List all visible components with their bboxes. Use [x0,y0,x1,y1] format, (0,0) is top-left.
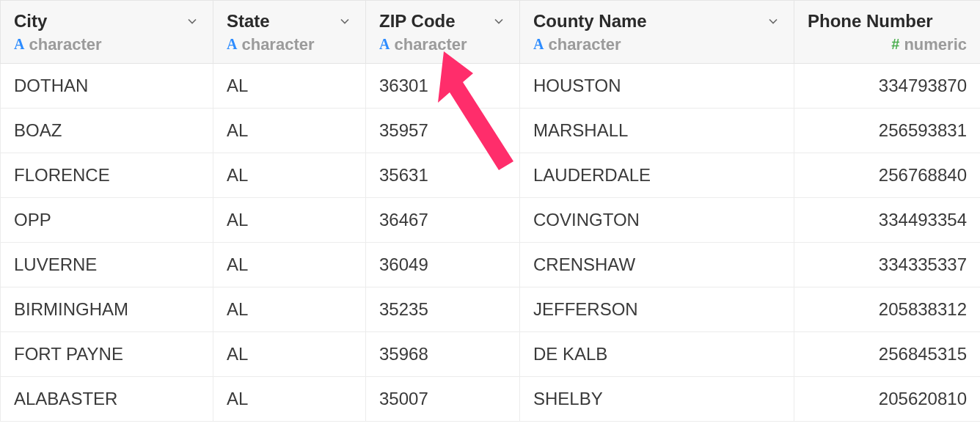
cell-county[interactable]: CRENSHAW [520,242,794,287]
cell-city[interactable]: LUVERNE [1,242,213,287]
cell-city[interactable]: BIRMINGHAM [1,287,213,331]
cell-state[interactable]: AL [213,331,366,376]
cell-phone[interactable]: 256593831 [794,108,981,153]
column-name: County Name [533,11,647,32]
cell-state[interactable]: AL [213,242,366,287]
column-header-phone-number[interactable]: Phone Number # numeric [794,1,981,64]
cell-county[interactable]: HOUSTON [520,63,794,108]
cell-county[interactable]: LAUDERDALE [520,153,794,197]
cell-city[interactable]: FLORENCE [1,153,213,197]
cell-zip[interactable]: 36301 [366,63,520,108]
column-type-label: character [548,35,621,54]
cell-phone[interactable]: 334793870 [794,63,981,108]
cell-city[interactable]: ALABASTER [1,376,213,421]
column-header-city[interactable]: City A character [1,1,213,64]
cell-phone[interactable]: 256845315 [794,331,981,376]
type-numeric-icon: # [891,36,899,53]
cell-county[interactable]: MARSHALL [520,108,794,153]
cell-city[interactable]: BOAZ [1,108,213,153]
chevron-down-icon[interactable] [491,14,506,29]
cell-county[interactable]: COVINGTON [520,197,794,242]
table-row[interactable]: OPP AL 36467 COVINGTON 334493354 [1,197,981,242]
data-table: City A character State A character [0,0,980,422]
column-header-county-name[interactable]: County Name A character [520,1,794,64]
cell-zip[interactable]: 35631 [366,153,520,197]
table-row[interactable]: DOTHAN AL 36301 HOUSTON 334793870 [1,63,981,108]
table-row[interactable]: FORT PAYNE AL 35968 DE KALB 256845315 [1,331,981,376]
chevron-down-icon[interactable] [766,14,780,29]
cell-state[interactable]: AL [213,197,366,242]
column-type-label: character [241,35,314,54]
cell-city[interactable]: FORT PAYNE [1,331,213,376]
column-name: Phone Number [808,11,933,32]
column-name: State [227,11,270,32]
cell-city[interactable]: OPP [1,197,213,242]
column-name: ZIP Code [379,11,456,32]
column-type-label: numeric [904,35,967,54]
cell-zip[interactable]: 35235 [366,287,520,331]
column-header-state[interactable]: State A character [213,1,366,64]
cell-phone[interactable]: 256768840 [794,153,981,197]
cell-phone[interactable]: 205620810 [794,376,981,421]
table-body: DOTHAN AL 36301 HOUSTON 334793870 BOAZ A… [1,63,981,421]
chevron-down-icon[interactable] [185,14,200,29]
cell-zip[interactable]: 35968 [366,331,520,376]
chevron-down-icon[interactable] [337,14,352,29]
table-row[interactable]: BOAZ AL 35957 MARSHALL 256593831 [1,108,981,153]
type-character-icon: A [379,36,390,53]
cell-zip[interactable]: 36049 [366,242,520,287]
table-row[interactable]: ALABASTER AL 35007 SHELBY 205620810 [1,376,981,421]
cell-state[interactable]: AL [213,108,366,153]
cell-zip[interactable]: 35007 [366,376,520,421]
cell-phone[interactable]: 334335337 [794,242,981,287]
cell-state[interactable]: AL [213,63,366,108]
table-row[interactable]: LUVERNE AL 36049 CRENSHAW 334335337 [1,242,981,287]
cell-phone[interactable]: 334493354 [794,197,981,242]
cell-county[interactable]: SHELBY [520,376,794,421]
cell-state[interactable]: AL [213,376,366,421]
column-type-label: character [394,35,467,54]
type-character-icon: A [227,36,237,53]
table-header-row: City A character State A character [1,1,981,64]
cell-zip[interactable]: 36467 [366,197,520,242]
cell-county[interactable]: DE KALB [520,331,794,376]
cell-city[interactable]: DOTHAN [1,63,213,108]
cell-state[interactable]: AL [213,153,366,197]
cell-zip[interactable]: 35957 [366,108,520,153]
cell-phone[interactable]: 205838312 [794,287,981,331]
type-character-icon: A [533,36,544,53]
cell-county[interactable]: JEFFERSON [520,287,794,331]
column-type-label: character [29,35,101,54]
type-character-icon: A [14,36,24,53]
column-name: City [14,11,47,32]
column-header-zip-code[interactable]: ZIP Code A character [366,1,520,64]
cell-state[interactable]: AL [213,287,366,331]
table-row[interactable]: FLORENCE AL 35631 LAUDERDALE 256768840 [1,153,981,197]
table-row[interactable]: BIRMINGHAM AL 35235 JEFFERSON 205838312 [1,287,981,331]
